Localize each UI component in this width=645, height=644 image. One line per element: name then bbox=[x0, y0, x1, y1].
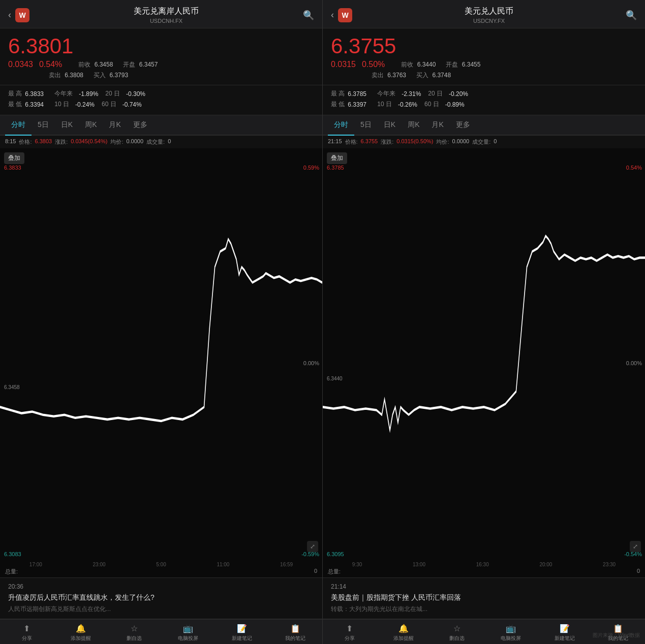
right-chart-time: 21:15 bbox=[328, 138, 342, 146]
screen-icon-left: 📺 bbox=[183, 624, 193, 633]
left-ytd-val: -1.89% bbox=[76, 90, 98, 98]
left-toolbar-newnote[interactable]: 📝 新建笔记 bbox=[215, 624, 269, 642]
right-tab-5[interactable]: 更多 bbox=[450, 115, 476, 135]
right-time-0: 9:30 bbox=[352, 562, 362, 567]
right-header-left: ‹ W bbox=[331, 8, 352, 22]
right-time-2: 16:30 bbox=[476, 562, 489, 567]
left-time-axis: 17:00 23:00 5:00 11:00 16:59 bbox=[0, 562, 322, 567]
newnote-label-right: 新建笔记 bbox=[555, 635, 575, 642]
left-tab-1[interactable]: 5日 bbox=[32, 115, 55, 135]
right-sell-buy: 卖出 6.3763 买入 6.3748 bbox=[331, 71, 637, 80]
left-low-val: 6.3394 bbox=[25, 101, 47, 108]
right-toolbar-newnote[interactable]: 📝 新建笔记 bbox=[538, 624, 592, 642]
fav-icon-right: ☆ bbox=[453, 624, 460, 633]
left-toolbar-screen[interactable]: 📺 电脑投屏 bbox=[161, 624, 215, 642]
left-low-label: 最 低 bbox=[8, 100, 22, 109]
left-chart-vol-label: 成交量: bbox=[146, 138, 165, 146]
right-chart-price: 6.3755 bbox=[361, 138, 378, 146]
left-time-2: 5:00 bbox=[156, 562, 166, 567]
left-price-details: 前收 6.3458 开盘 6.3457 bbox=[78, 60, 158, 69]
right-tabs: 分时 5日 日K 周K 月K 更多 bbox=[323, 115, 645, 136]
right-expand-btn[interactable]: ⤢ bbox=[630, 541, 641, 552]
left-news-title: 升值凌厉后人民币汇率直线跳水，发生了什么? bbox=[8, 592, 314, 603]
left-sell-label: 卖出 bbox=[49, 72, 61, 79]
right-search-icon[interactable]: 🔍 bbox=[626, 10, 637, 21]
left-tab-5[interactable]: 更多 bbox=[127, 115, 153, 135]
left-chart-avg-label: 均价: bbox=[110, 138, 123, 146]
right-toolbar-share[interactable]: ⬆ 分享 bbox=[323, 624, 377, 642]
left-price-row: 0.0343 0.54% 前收 6.3458 开盘 6.3457 bbox=[8, 60, 314, 69]
left-chart-price-label: 价格: bbox=[19, 138, 32, 146]
left-expand-icon: ⤢ bbox=[310, 543, 315, 550]
left-toolbar: ⬆ 分享 🔔 添加提醒 ☆ 删自选 📺 电脑投屏 📝 新建笔记 📋 我的笔记 bbox=[0, 619, 323, 644]
left-toolbar-share[interactable]: ⬆ 分享 bbox=[0, 624, 54, 642]
right-time-3: 20:00 bbox=[539, 562, 552, 567]
left-search-icon[interactable]: 🔍 bbox=[303, 10, 314, 21]
left-tab-3[interactable]: 周K bbox=[79, 115, 103, 135]
screen-icon-right: 📺 bbox=[506, 624, 516, 633]
left-sell: 卖出 6.3808 bbox=[49, 71, 83, 80]
left-chart-high: 6.3833 bbox=[4, 165, 21, 171]
right-logo[interactable]: W bbox=[338, 8, 352, 22]
right-toolbar-fav[interactable]: ☆ 删自选 bbox=[430, 624, 484, 642]
mynotes-label-right: 我的笔记 bbox=[608, 635, 628, 642]
right-chart-vol: 0 bbox=[494, 138, 497, 146]
left-title-group: 美元兑离岸人民币 USDCNH.FX bbox=[29, 6, 303, 24]
left-d60-label: 60 日 bbox=[102, 100, 116, 109]
right-time-1: 13:00 bbox=[413, 562, 425, 567]
right-tab-4[interactable]: 月K bbox=[425, 115, 449, 135]
right-toolbar-screen[interactable]: 📺 电脑投屏 bbox=[484, 624, 538, 642]
right-toolbar-alert[interactable]: 🔔 添加提醒 bbox=[377, 624, 431, 642]
left-buy-label: 买入 bbox=[94, 72, 106, 79]
alert-label-right: 添加提醒 bbox=[393, 635, 414, 642]
right-ytd-val: -2.31% bbox=[398, 90, 421, 98]
left-toolbar-alert[interactable]: 🔔 添加提醒 bbox=[54, 624, 108, 642]
right-d20-val: -0.20% bbox=[446, 90, 468, 98]
left-price-section: 6.3801 0.0343 0.54% 前收 6.3458 开盘 6.3457 bbox=[0, 28, 322, 85]
left-high-label: 最 高 bbox=[8, 89, 22, 98]
left-d20-val: -0.30% bbox=[123, 90, 145, 98]
right-back-button[interactable]: ‹ bbox=[331, 10, 334, 20]
right-tab-3[interactable]: 周K bbox=[402, 115, 425, 135]
right-chart-vol-label: 成交量: bbox=[472, 138, 490, 146]
left-price-pct: 0.54% bbox=[39, 60, 62, 69]
left-tab-4[interactable]: 月K bbox=[103, 115, 127, 135]
left-toolbar-fav[interactable]: ☆ 删自选 bbox=[107, 624, 161, 642]
right-title: 美元兑人民币 bbox=[352, 6, 626, 17]
mynotes-icon-right: 📋 bbox=[613, 624, 623, 633]
alert-icon-left: 🔔 bbox=[76, 624, 86, 633]
right-news-section[interactable]: 21:14 美股盘前｜股指期货下挫 人民币汇率回落 转载：大列为期先光以在南北在… bbox=[323, 577, 645, 619]
right-prev-close-val: 6.3440 bbox=[417, 61, 436, 68]
left-tab-0[interactable]: 分时 bbox=[5, 115, 32, 135]
right-tab-0[interactable]: 分时 bbox=[328, 115, 354, 135]
right-d20-label: 20 日 bbox=[428, 89, 443, 98]
right-high-label: 最 高 bbox=[331, 89, 345, 98]
left-price-main: 6.3801 bbox=[8, 36, 314, 57]
left-time-0: 17:00 bbox=[29, 562, 42, 567]
left-ytd-label: 今年来 bbox=[54, 89, 73, 98]
right-volume-label: 总量: bbox=[328, 568, 341, 575]
alert-label-left: 添加提醒 bbox=[71, 635, 91, 642]
left-expand-btn[interactable]: ⤢ bbox=[307, 541, 318, 552]
right-tab-1[interactable]: 5日 bbox=[354, 115, 378, 135]
left-prev-close: 前收 6.3458 bbox=[78, 60, 113, 69]
right-price-section: 6.3755 0.0315 0.50% 前收 6.3440 开盘 6.3455 bbox=[323, 28, 645, 85]
right-toolbar-mynotes[interactable]: 📋 我的笔记 bbox=[591, 624, 645, 642]
left-news-section[interactable]: 20:36 升值凌厉后人民币汇率直线跳水，发生了什么? 人民币远期创新高兑斯斯点… bbox=[0, 577, 322, 619]
newnote-icon-left: 📝 bbox=[237, 624, 247, 633]
right-overlay-btn[interactable]: 叠加 bbox=[327, 152, 347, 164]
left-high-val: 6.3833 bbox=[25, 90, 47, 98]
left-back-button[interactable]: ‹ bbox=[8, 10, 11, 20]
right-price-change: 0.0315 bbox=[331, 60, 356, 69]
left-sell-val: 6.3808 bbox=[65, 72, 83, 79]
left-overlay-btn[interactable]: 叠加 bbox=[4, 152, 24, 164]
left-tab-2[interactable]: 日K bbox=[55, 115, 79, 135]
left-logo[interactable]: W bbox=[15, 8, 29, 22]
right-stats-row2: 最 低 6.3397 10 日 -0.26% 60 日 -0.89% bbox=[331, 100, 637, 109]
right-logo-text: W bbox=[342, 11, 348, 19]
right-tab-2[interactable]: 日K bbox=[378, 115, 402, 135]
right-price-row: 0.0315 0.50% 前收 6.3440 开盘 6.3455 bbox=[331, 60, 637, 69]
right-price-pct: 0.50% bbox=[362, 60, 385, 69]
left-toolbar-mynotes[interactable]: 📋 我的笔记 bbox=[268, 624, 322, 642]
left-chart-change-label: 涨跌: bbox=[55, 138, 68, 146]
